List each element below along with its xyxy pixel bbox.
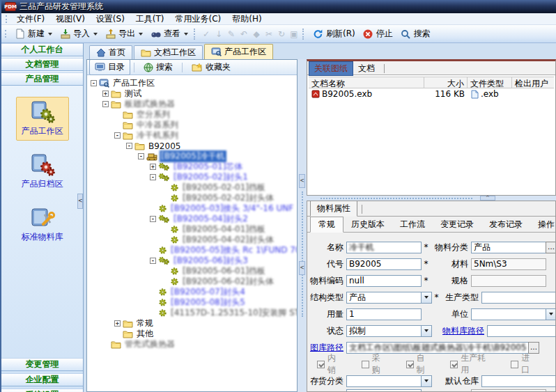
tree-toolbar-目录[interactable]: 目录 xyxy=(89,59,130,75)
column-header-检出用户[interactable]: 检出用户 xyxy=(512,77,554,88)
subtab-操作日志[interactable]: 操作日志 xyxy=(530,217,556,232)
tree-item[interactable]: [B92005-06-02]封头体 xyxy=(91,276,297,287)
tree-item[interactable]: [B92005-02-02]封头体 xyxy=(91,193,297,203)
field-材料[interactable]: 5Nm\S3 xyxy=(471,258,546,270)
tree-expander[interactable]: - xyxy=(150,216,156,222)
cut-field[interactable] xyxy=(346,389,422,392)
tree-item[interactable]: -[B92005]冷干机 xyxy=(91,151,297,162)
sidebar-module-产品归档区[interactable]: 产品归档区 xyxy=(16,150,69,194)
tree-item[interactable]: [B92005-05]接头 Rc 1\FUND 7071x:1 xyxy=(91,245,297,256)
tree-expander[interactable]: + xyxy=(114,320,121,327)
tree-expander[interactable]: - xyxy=(138,153,144,159)
menu-item[interactable]: 视图(V) xyxy=(50,13,91,25)
splitter-collapse-icon[interactable]: < xyxy=(299,174,305,188)
field-生产类型[interactable] xyxy=(481,292,555,304)
tab-文档工作区[interactable]: 文档工作区 xyxy=(134,45,203,59)
tree-toolbar-收藏夹[interactable]: 收藏夹 xyxy=(186,59,236,75)
sidebar-section-系统设置[interactable]: 系统设置 xyxy=(1,389,83,392)
doc-tab-文档[interactable]: 文档 xyxy=(353,62,380,75)
field-名称[interactable]: 冷干机 xyxy=(346,242,422,253)
field-状态[interactable]: 拟制 xyxy=(346,325,422,337)
sidebar-section-文档管理[interactable]: 文档管理 xyxy=(1,58,83,71)
tree-item[interactable]: -[B92005-02]封头1 xyxy=(91,172,297,182)
tree-toolbar-搜索[interactable]: 搜索 xyxy=(138,59,178,75)
tree-item[interactable]: [B92005-04-01]挡板 xyxy=(91,224,297,235)
tab-产品工作区[interactable]: 产品工作区 xyxy=(204,44,273,59)
horizontal-splitter[interactable]: ^ xyxy=(307,196,556,201)
tree-item[interactable]: 空分系列 xyxy=(91,109,297,120)
tree-item[interactable]: 管壳式换热器 xyxy=(91,339,297,350)
menu-item[interactable]: 常用业务(C) xyxy=(170,13,227,25)
subtab-发布记录[interactable]: 发布记录 xyxy=(481,217,530,232)
sidebar-section-变更管理[interactable]: 变更管理 xyxy=(1,358,83,371)
field-规格[interactable] xyxy=(471,275,546,287)
tree-item[interactable]: -冷干机系列 xyxy=(91,130,297,141)
menu-item[interactable]: 文件(F) xyxy=(11,13,50,25)
dropdown-button[interactable] xyxy=(421,375,432,387)
tree-item[interactable]: [B92005-04-02]封头体 xyxy=(91,235,297,245)
checkbox-采购[interactable] xyxy=(362,361,369,368)
splitter-collapse-icon[interactable]: < xyxy=(299,261,305,275)
dropdown-button[interactable] xyxy=(421,325,432,337)
tab-material-properties[interactable]: 物料属性 xyxy=(310,201,357,217)
checkbox-生产耗用[interactable] xyxy=(450,361,458,368)
tree-expander[interactable]: - xyxy=(150,174,156,180)
tree-item[interactable]: [41157D-1.25315-10]安装脚 ST9 xyxy=(91,308,297,318)
tree-item[interactable]: +测试 xyxy=(91,88,297,99)
tree-expander[interactable]: - xyxy=(114,132,121,139)
tree-item[interactable]: 其他 xyxy=(91,329,297,339)
tree-item[interactable]: +[B92005-01]芯体 xyxy=(91,162,297,172)
sidebar-collapse-button[interactable]: < xyxy=(77,194,83,209)
column-header-文件类型[interactable]: 文件类型 xyxy=(468,77,512,88)
tree-item[interactable]: -产品工作区 xyxy=(91,78,297,88)
dropdown-button[interactable] xyxy=(421,292,432,304)
label-物料库路径[interactable]: 物料库路径 xyxy=(442,325,484,337)
field-存货分类[interactable] xyxy=(346,375,422,387)
sidebar-section-产品管理[interactable]: 产品管理 xyxy=(1,72,83,86)
tree-expander[interactable]: - xyxy=(150,258,156,264)
field-单位[interactable] xyxy=(471,308,546,320)
menu-item[interactable]: 帮助(H) xyxy=(226,13,267,25)
field-结构类型[interactable]: 产品 xyxy=(346,292,422,304)
column-header-文档名称[interactable]: 文档名称 xyxy=(309,77,424,88)
column-header-大小[interactable]: 大小 xyxy=(424,77,468,88)
checkbox-内销[interactable] xyxy=(317,361,325,368)
subtab-变更记录[interactable]: 变更记录 xyxy=(433,217,481,232)
sidebar-section-个人工作台[interactable]: 个人工作台 xyxy=(1,43,83,56)
browse-button[interactable]: … xyxy=(546,242,555,253)
export-button[interactable]: 导出 xyxy=(101,26,146,41)
tree-expander[interactable]: - xyxy=(91,80,97,86)
tree-expander[interactable]: - xyxy=(126,143,132,149)
field-物料编码[interactable]: null xyxy=(346,275,422,287)
tree-item[interactable]: [B92005-06-01]挡板 xyxy=(91,266,297,276)
dropdown-button[interactable] xyxy=(546,308,555,320)
view-button[interactable]: 查看 xyxy=(146,26,192,41)
tree-item[interactable]: -[B92005-06]封头3 xyxy=(91,256,297,266)
refresh-button[interactable]: 刷新(R) xyxy=(309,26,359,41)
tree-expander[interactable]: + xyxy=(150,164,156,170)
tree-item[interactable]: [B92005-07]封头4 xyxy=(91,287,297,297)
field-用量[interactable]: 1 xyxy=(346,308,422,320)
splitter-collapse-icon[interactable]: ^ xyxy=(480,196,495,201)
field-代号[interactable]: B92005 xyxy=(346,258,422,270)
tree-item[interactable]: 中冷器系列 xyxy=(91,120,297,130)
import-button[interactable]: 导入 xyxy=(56,26,101,41)
tree-item[interactable]: [B92005-08]封头5 xyxy=(91,297,297,308)
new-button[interactable]: 新建 xyxy=(10,26,56,41)
cut-field[interactable] xyxy=(471,389,546,392)
checkbox-自制[interactable] xyxy=(406,361,414,368)
tree-item[interactable]: +常规 xyxy=(91,318,297,329)
checkbox-进口[interactable] xyxy=(511,361,518,368)
tree-expander[interactable]: + xyxy=(102,91,109,97)
subtab-常规[interactable]: 常规 xyxy=(310,217,343,233)
tree-item[interactable]: -[B92005-04]封头2 xyxy=(91,214,297,224)
sidebar-section-企业配置[interactable]: 企业配置 xyxy=(1,373,83,386)
field-默认仓库[interactable] xyxy=(481,375,555,387)
subtab-工作流[interactable]: 工作流 xyxy=(392,217,433,232)
subtab-历史版本[interactable]: 历史版本 xyxy=(343,217,392,232)
search-button[interactable]: 搜索 xyxy=(396,26,434,41)
tab-首页[interactable]: 首页 xyxy=(89,45,132,59)
menu-item[interactable]: 设置(S) xyxy=(91,13,130,25)
vertical-splitter[interactable]: < < xyxy=(298,59,307,392)
tree-item[interactable]: [B92005-03]接头 3/4"-16 UNF xyxy=(91,203,297,214)
